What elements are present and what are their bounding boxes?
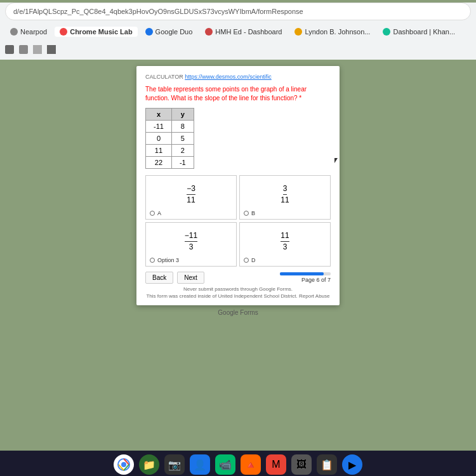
- tab-lyndon[interactable]: Lyndon B. Johnson...: [289, 27, 375, 37]
- cell-y-2: 5: [171, 133, 194, 145]
- hmh-icon: [205, 28, 213, 36]
- taskbar-play-icon[interactable]: ▶: [342, 454, 362, 475]
- option-d-numerator: 11: [281, 231, 289, 241]
- cell-y-1: 8: [171, 121, 194, 133]
- tab-chrome-music-lab[interactable]: Chrome Music Lab: [55, 27, 137, 37]
- cell-x-4: 22: [146, 157, 172, 169]
- option-b-denominator: 11: [281, 195, 289, 204]
- cell-x-2: 0: [146, 133, 172, 145]
- cell-x-3: 11: [146, 145, 172, 157]
- calculator-url[interactable]: https://www.desmos.com/scientific: [185, 74, 272, 80]
- option-d-radio[interactable]: [244, 258, 249, 263]
- cell-y-3: 2: [171, 145, 194, 157]
- option-c-denominator: 3: [189, 242, 194, 251]
- browser-chrome: d/e/1FAlpQLScpz_Pc_QC8e4_4qbek3pHovOyO9n…: [0, 3, 476, 60]
- music-lab-icon: [60, 28, 67, 36]
- nav-buttons: Back Next: [145, 272, 204, 284]
- bookmark-icon-2: [19, 45, 28, 54]
- bookmark-icon-4: [47, 45, 56, 54]
- required-marker: *: [298, 95, 302, 102]
- khan-icon: [383, 28, 390, 36]
- option-d-box[interactable]: 11 3 D: [239, 222, 331, 267]
- option-a-label: A: [157, 210, 161, 216]
- option-c-numerator: −11: [185, 231, 197, 241]
- calculator-label: CALCULATOR: [145, 74, 183, 80]
- option-a-radio[interactable]: [150, 211, 155, 216]
- option-b-label-row[interactable]: B: [244, 210, 255, 216]
- option-b-label: B: [251, 210, 255, 216]
- taskbar-video-icon[interactable]: 📹: [215, 454, 235, 475]
- option-b-fraction: 3 11: [281, 184, 289, 204]
- data-table: x y -11 8 0 5 11 2 22 -1: [145, 108, 194, 169]
- next-button[interactable]: Next: [177, 272, 204, 284]
- table-row: 11 2: [146, 145, 194, 157]
- option-b-box[interactable]: 3 11 B: [239, 175, 331, 220]
- page-info: Page 6 of 7: [280, 272, 331, 283]
- option-a-box[interactable]: −3 11 A: [145, 175, 237, 220]
- google-duo-icon: [145, 28, 153, 36]
- taskbar-drive-icon[interactable]: 🔺: [241, 454, 261, 475]
- tab-nearpod-label: Nearpod: [20, 28, 47, 36]
- tabs-bar: Nearpod Chrome Music Lab Google Duo HMH …: [0, 22, 476, 42]
- option-c-radio[interactable]: [150, 258, 155, 263]
- option-d-denominator: 3: [283, 242, 288, 251]
- question-body: The table represents some points on the …: [145, 86, 307, 102]
- bookmark-bar: [0, 42, 476, 57]
- tab-nearpod[interactable]: Nearpod: [5, 27, 52, 37]
- address-bar[interactable]: d/e/1FAlpQLScpz_Pc_QC8e4_4qbek3pHovOyO9n…: [5, 3, 471, 20]
- option-c-label-row[interactable]: Option 3: [150, 257, 179, 263]
- tab-google-duo[interactable]: Google Duo: [140, 27, 198, 37]
- col-y-header: y: [171, 109, 194, 121]
- option-b-radio[interactable]: [244, 211, 249, 216]
- taskbar-gmail-icon[interactable]: M: [266, 454, 286, 475]
- option-a-denominator: 11: [187, 195, 195, 204]
- taskbar-photos-icon[interactable]: 🖼: [291, 454, 312, 475]
- table-row: -11 8: [146, 121, 194, 133]
- address-text: d/e/1FAlpQLScpz_Pc_QC8e4_4qbek3pHovOyO9n…: [13, 8, 303, 15]
- nearpod-icon: [10, 28, 18, 36]
- taskbar-meet-icon[interactable]: 👤: [190, 454, 210, 475]
- lyndon-icon: [294, 28, 302, 36]
- tab-hmh-label: HMH Ed - Dashboard: [215, 28, 282, 36]
- tab-hmh[interactable]: HMH Ed - Dashboard: [200, 27, 287, 37]
- question-text: The table represents some points on the …: [145, 85, 331, 103]
- taskbar-docs-icon[interactable]: 📋: [317, 454, 337, 475]
- table-row: 22 -1: [146, 157, 194, 169]
- option-d-label: D: [251, 257, 256, 263]
- tab-chrome-music-lab-label: Chrome Music Lab: [70, 28, 132, 36]
- calculator-link-row: CALCULATOR https://www.desmos.com/scient…: [145, 74, 331, 80]
- taskbar: 📁 📷 👤 📹 🔺 M 🖼 📋 ▶: [0, 451, 476, 476]
- tab-khan[interactable]: Dashboard | Khan...: [378, 27, 460, 37]
- cell-y-4: -1: [171, 157, 194, 169]
- cell-x-1: -11: [146, 121, 172, 133]
- page-background: CALCULATOR https://www.desmos.com/scient…: [0, 60, 476, 476]
- option-a-numerator: −3: [187, 184, 195, 194]
- option-b-numerator: 3: [283, 184, 288, 194]
- taskbar-files-icon[interactable]: 📁: [139, 454, 159, 475]
- tab-google-duo-label: Google Duo: [155, 28, 193, 36]
- taskbar-camera-icon[interactable]: 📷: [164, 454, 185, 475]
- option-a-fraction: −3 11: [187, 184, 195, 204]
- tab-lyndon-label: Lyndon B. Johnson...: [305, 28, 370, 36]
- footer-brand: Google Forms: [218, 309, 258, 316]
- taskbar-chrome-icon[interactable]: [114, 454, 134, 475]
- option-a-label-row[interactable]: A: [150, 210, 161, 216]
- bookmark-icon-3: [33, 45, 42, 54]
- table-row: 0 5: [146, 133, 194, 145]
- footer-note-1: Never submit passwords through Google Fo…: [145, 286, 331, 292]
- back-button[interactable]: Back: [145, 272, 173, 284]
- svg-point-1: [121, 462, 126, 467]
- navigation-row: Back Next Page 6 of 7: [145, 272, 331, 284]
- option-c-box[interactable]: −11 3 Option 3: [145, 222, 237, 267]
- progress-bar-fill: [280, 272, 324, 275]
- bookmark-icon-1: [5, 45, 14, 54]
- col-x-header: x: [146, 109, 172, 121]
- progress-bar-background: [280, 272, 331, 275]
- option-d-fraction: 11 3: [281, 231, 289, 251]
- option-c-label: Option 3: [157, 257, 179, 263]
- answer-options-grid: −3 11 A 3 11 B: [145, 175, 331, 267]
- tab-khan-label: Dashboard | Khan...: [393, 28, 455, 36]
- option-c-fraction: −11 3: [185, 231, 197, 251]
- page-number-text: Page 6 of 7: [301, 277, 331, 283]
- option-d-label-row[interactable]: D: [244, 257, 256, 263]
